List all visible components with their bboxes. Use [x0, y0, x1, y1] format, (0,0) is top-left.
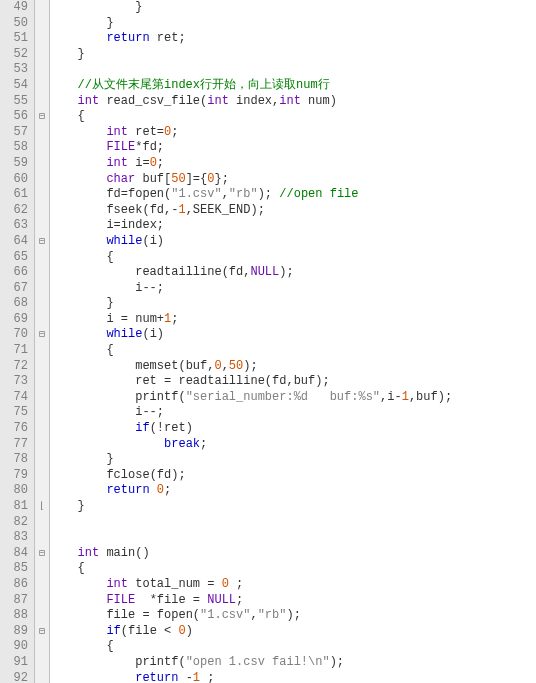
line-number: 52 [4, 47, 28, 63]
fold-mark [35, 312, 49, 328]
code-line[interactable]: i=index; [56, 218, 452, 234]
token: int [279, 94, 301, 108]
line-number: 75 [4, 405, 28, 421]
code-line[interactable]: } [56, 16, 452, 32]
fold-mark [35, 530, 49, 546]
token: ); [279, 265, 293, 279]
code-line[interactable]: ret = readtailline(fd,buf); [56, 374, 452, 390]
fold-mark[interactable]: ⌊ [35, 499, 49, 515]
token: ; [229, 577, 243, 591]
token: fclose(fd); [106, 468, 185, 482]
code-line[interactable]: int total_num = 0 ; [56, 577, 452, 593]
token: if [135, 421, 149, 435]
code-line[interactable]: return -1 ; [56, 671, 452, 683]
token: ret= [128, 125, 164, 139]
code-line[interactable]: } [56, 499, 452, 515]
fold-mark [35, 421, 49, 437]
code-line[interactable]: int ret=0; [56, 125, 452, 141]
token: "rb" [229, 187, 258, 201]
code-line[interactable]: int i=0; [56, 156, 452, 172]
code-line[interactable]: return ret; [56, 31, 452, 47]
token: buf[ [135, 172, 171, 186]
code-line[interactable]: i--; [56, 281, 452, 297]
code-line[interactable]: i--; [56, 405, 452, 421]
token: int [78, 94, 100, 108]
code-line[interactable]: FILE *file = NULL; [56, 593, 452, 609]
token: 1 [193, 671, 200, 683]
code-line[interactable]: printf("serial_number:%d buf:%s",i-1,buf… [56, 390, 452, 406]
code-line[interactable]: if(!ret) [56, 421, 452, 437]
code-line[interactable] [56, 530, 452, 546]
fold-mark [35, 31, 49, 47]
fold-mark [35, 359, 49, 375]
token: ); [258, 187, 280, 201]
code-line[interactable]: { [56, 561, 452, 577]
code-line[interactable]: fseek(fd,-1,SEEK_END); [56, 203, 452, 219]
fold-mark [35, 78, 49, 94]
code-line[interactable]: { [56, 639, 452, 655]
line-number: 86 [4, 577, 28, 593]
token: return [106, 31, 149, 45]
code-line[interactable]: } [56, 296, 452, 312]
token: ,buf); [409, 390, 452, 404]
token: i=index; [106, 218, 164, 232]
token: break [164, 437, 200, 451]
code-line[interactable]: fclose(fd); [56, 468, 452, 484]
token: //从文件末尾第index行开始，向上读取num行 [78, 78, 330, 92]
token: { [106, 639, 113, 653]
code-line[interactable]: while(i) [56, 327, 452, 343]
token: (file < [121, 624, 179, 638]
fold-mark[interactable]: ⊟ [35, 327, 49, 343]
line-number: 65 [4, 250, 28, 266]
code-line[interactable]: } [56, 0, 452, 16]
token: 0 [150, 156, 157, 170]
code-line[interactable]: { [56, 343, 452, 359]
token: } [135, 0, 142, 14]
line-number: 73 [4, 374, 28, 390]
code-line[interactable]: } [56, 452, 452, 468]
token: (i) [142, 327, 164, 341]
token: //open file [279, 187, 358, 201]
code-line[interactable]: fd=fopen("1.csv","rb"); //open file [56, 187, 452, 203]
fold-mark [35, 437, 49, 453]
code-line[interactable]: file = fopen("1.csv","rb"); [56, 608, 452, 624]
code-area[interactable]: } } return ret; } //从文件末尾第index行开始，向上读取n… [50, 0, 452, 683]
token: readtailline(fd, [135, 265, 250, 279]
token: ; [164, 483, 171, 497]
code-line[interactable]: i = num+1; [56, 312, 452, 328]
token: (i) [142, 234, 164, 248]
token: } [78, 47, 85, 61]
code-line[interactable]: break; [56, 437, 452, 453]
code-line[interactable]: int main() [56, 546, 452, 562]
line-number: 85 [4, 561, 28, 577]
fold-mark[interactable]: ⊟ [35, 109, 49, 125]
code-line[interactable]: if(file < 0) [56, 624, 452, 640]
code-line[interactable] [56, 515, 452, 531]
code-line[interactable]: return 0; [56, 483, 452, 499]
token: int [207, 94, 229, 108]
token: total_num = [128, 577, 222, 591]
token: printf( [135, 655, 185, 669]
code-line[interactable]: int read_csv_file(int index,int num) [56, 94, 452, 110]
code-line[interactable]: while(i) [56, 234, 452, 250]
code-line[interactable]: //从文件末尾第index行开始，向上读取num行 [56, 78, 452, 94]
fold-mark [35, 47, 49, 63]
fold-mark [35, 187, 49, 203]
code-line[interactable]: FILE*fd; [56, 140, 452, 156]
line-number: 90 [4, 639, 28, 655]
code-line[interactable]: printf("open 1.csv fail!\n"); [56, 655, 452, 671]
code-line[interactable]: { [56, 250, 452, 266]
code-line[interactable]: } [56, 47, 452, 63]
fold-mark [35, 405, 49, 421]
code-line[interactable] [56, 62, 452, 78]
code-line[interactable]: memset(buf,0,50); [56, 359, 452, 375]
token: } [106, 452, 113, 466]
fold-mark[interactable]: ⊟ [35, 624, 49, 640]
token: while [106, 234, 142, 248]
code-line[interactable]: char buf[50]={0}; [56, 172, 452, 188]
code-line[interactable]: readtailline(fd,NULL); [56, 265, 452, 281]
token: file = fopen( [106, 608, 200, 622]
fold-mark[interactable]: ⊟ [35, 234, 49, 250]
fold-mark[interactable]: ⊟ [35, 546, 49, 562]
code-line[interactable]: { [56, 109, 452, 125]
